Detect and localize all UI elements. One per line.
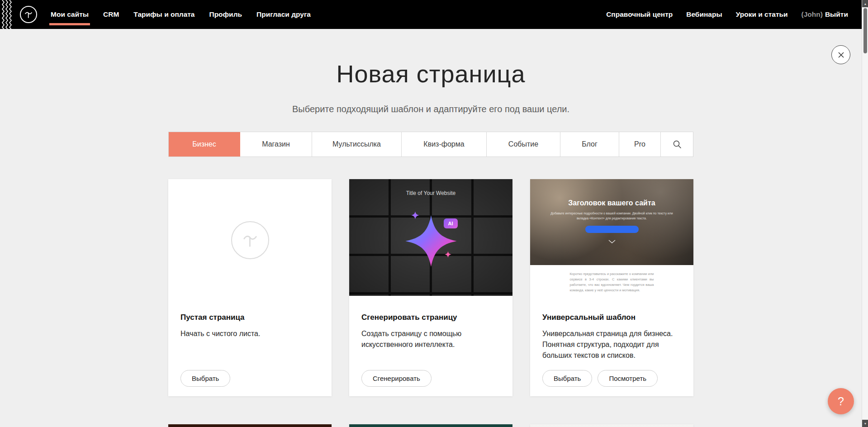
secondary-nav: Справочный центр Вебинары Уроки и статьи… bbox=[606, 10, 848, 19]
tab-search[interactable] bbox=[661, 132, 693, 157]
card-description: Создать страницу с помощью искусственног… bbox=[361, 328, 500, 350]
card-title: Универсальный шаблон bbox=[542, 313, 681, 322]
preview-subtext: Добавьте интересные подробности о вашей … bbox=[550, 211, 674, 221]
vertical-scrollbar[interactable] bbox=[862, 0, 868, 427]
nav-webinars[interactable]: Вебинары bbox=[686, 10, 722, 19]
topbar: Мои сайты CRM Тарифы и оплата Профиль Пр… bbox=[0, 0, 868, 29]
close-icon bbox=[838, 52, 844, 58]
tilda-logo-icon[interactable] bbox=[20, 6, 37, 23]
collage-preview-title: Title of Your Website bbox=[349, 190, 512, 196]
tab-link-in-bio[interactable]: Мультиссылка bbox=[312, 132, 402, 157]
choose-universal-button[interactable]: Выбрать bbox=[542, 370, 592, 387]
scrollbar-down-arrow[interactable] bbox=[862, 420, 868, 427]
tab-blog[interactable]: Блог bbox=[560, 132, 619, 157]
nav-invite-friend[interactable]: Пригласи друга bbox=[256, 0, 311, 29]
preview-heading: Заголовок вашего сайта bbox=[530, 199, 693, 207]
sparkle-icon bbox=[445, 251, 451, 258]
zigzag-pattern-icon bbox=[0, 0, 13, 29]
universal-card-body: Универсальный шаблон Универсальная стран… bbox=[530, 301, 693, 396]
preview-about-text: Коротко представьтесь и расскажите о ком… bbox=[570, 271, 654, 293]
template-cards-grid: Пустая страница Начать с чистого листа. … bbox=[168, 179, 693, 396]
card-description: Универсальная страница для бизнеса. Поня… bbox=[542, 328, 681, 361]
next-template-row bbox=[168, 424, 693, 427]
preview-cta-button bbox=[585, 226, 639, 233]
ai-card-preview-image: Title of Your Website bbox=[349, 179, 512, 296]
template-card-blank[interactable]: Пустая страница Начать с чистого листа. … bbox=[168, 179, 332, 396]
tab-pro[interactable]: Pro bbox=[619, 132, 661, 157]
scrollbar-thumb[interactable] bbox=[863, 8, 867, 53]
tab-store[interactable]: Магазин bbox=[240, 132, 312, 157]
nav-my-sites[interactable]: Мои сайты bbox=[51, 0, 89, 29]
nav-logout[interactable]: (John) Выйти bbox=[802, 10, 848, 19]
blank-card-preview bbox=[168, 179, 332, 301]
search-icon bbox=[673, 140, 682, 149]
page-title: Новая страница bbox=[0, 60, 862, 88]
nav-plans-payment[interactable]: Тарифы и оплата bbox=[133, 0, 194, 29]
page-subtitle: Выберите подходящий шаблон и адаптируйте… bbox=[0, 104, 862, 114]
nav-profile[interactable]: Профиль bbox=[209, 0, 242, 29]
generate-button[interactable]: Сгенерировать bbox=[361, 370, 432, 387]
nav-crm[interactable]: CRM bbox=[103, 0, 119, 29]
nav-lessons-articles[interactable]: Уроки и статьи bbox=[736, 10, 788, 19]
new-page-dialog: Новая страница Выберите подходящий шабло… bbox=[0, 29, 862, 427]
template-category-tabs: Бизнес Магазин Мультиссылка Квиз-форма С… bbox=[168, 132, 693, 157]
tilda-watermark-icon bbox=[231, 221, 269, 259]
blank-card-body: Пустая страница Начать с чистого листа. … bbox=[168, 301, 332, 396]
tab-event[interactable]: Событие bbox=[487, 132, 560, 157]
template-card-partial[interactable] bbox=[530, 424, 693, 427]
choose-blank-button[interactable]: Выбрать bbox=[180, 370, 230, 387]
main-nav: Мои сайты CRM Тарифы и оплата Профиль Пр… bbox=[51, 0, 311, 29]
card-title: Пустая страница bbox=[180, 313, 319, 322]
universal-template-preview: Заголовок вашего сайта Добавьте интересн… bbox=[530, 179, 693, 265]
user-name: (John) bbox=[802, 10, 823, 19]
template-card-partial[interactable] bbox=[349, 424, 512, 427]
preview-about-section: Коротко представьтесь и расскажите о ком… bbox=[530, 265, 693, 301]
preview-universal-button[interactable]: Посмотреть bbox=[598, 370, 658, 387]
help-button[interactable]: ? bbox=[828, 388, 854, 414]
tab-quiz-form[interactable]: Квиз-форма bbox=[402, 132, 487, 157]
ai-badge: AI bbox=[444, 218, 458, 228]
tab-business[interactable]: Бизнес bbox=[169, 132, 240, 157]
ai-card-body: Сгенерировать страницу Создать страницу … bbox=[349, 301, 512, 396]
scrollbar-up-arrow[interactable] bbox=[862, 0, 868, 7]
template-card-universal[interactable]: Заголовок вашего сайта Добавьте интересн… bbox=[530, 179, 693, 396]
template-card-ai-generate[interactable]: Title of Your Website bbox=[349, 179, 512, 396]
nav-help-center[interactable]: Справочный центр bbox=[606, 10, 673, 19]
card-title: Сгенерировать страницу bbox=[361, 313, 500, 322]
chevron-down-icon bbox=[608, 240, 616, 243]
template-card-partial[interactable] bbox=[168, 424, 332, 427]
close-button[interactable] bbox=[831, 45, 850, 64]
sparkle-icon bbox=[411, 211, 419, 219]
card-description: Начать с чистого листа. bbox=[180, 328, 319, 339]
logout-label: Выйти bbox=[825, 10, 848, 19]
